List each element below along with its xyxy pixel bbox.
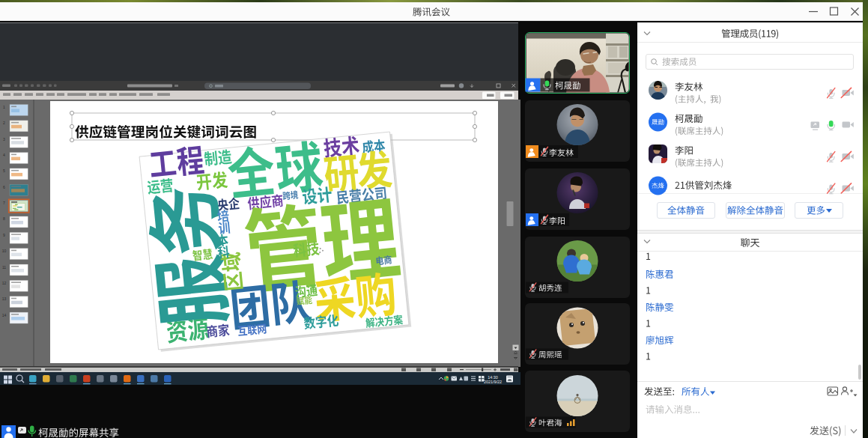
svg-text:10: 10 (2, 249, 7, 253)
svg-text:9: 9 (3, 233, 5, 237)
svg-text:4: 4 (3, 153, 5, 157)
svg-text:7: 7 (3, 201, 5, 205)
svg-text:3: 3 (3, 137, 5, 142)
svg-text:8: 8 (3, 216, 5, 221)
svg-text:6: 6 (3, 185, 5, 189)
svg-text:14: 14 (2, 313, 7, 317)
svg-text:11: 11 (2, 265, 6, 270)
svg-text:2021/9/22: 2021/9/22 (484, 380, 502, 384)
svg-text:13: 13 (2, 296, 7, 301)
svg-text:1: 1 (3, 105, 5, 109)
svg-text:5: 5 (3, 168, 5, 173)
svg-text:2: 2 (3, 121, 5, 125)
svg-text:12: 12 (2, 281, 7, 285)
